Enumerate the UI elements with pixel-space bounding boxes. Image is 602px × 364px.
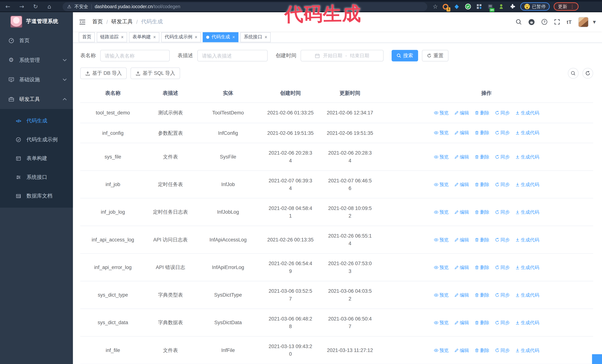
sync-link[interactable]: 同步 [495,181,510,188]
font-size-icon[interactable]: tT [567,19,572,25]
breadcrumb-dev-tools[interactable]: 研发工具 [111,18,133,25]
sync-link[interactable]: 同步 [495,129,510,136]
import-sql-button[interactable]: 基于 SQL 导入 [130,68,180,79]
table-desc-input[interactable] [197,50,268,61]
generate-code-link[interactable]: 生成代码 [515,347,539,354]
edit-link[interactable]: 编辑 [454,129,469,136]
refresh-table-button[interactable] [582,68,593,79]
toggle-search-button[interactable] [568,68,579,79]
preview-link[interactable]: 预览 [434,347,449,354]
preview-link[interactable]: 预览 [434,181,449,188]
search-icon[interactable] [516,19,522,25]
floating-widget[interactable] [592,354,602,364]
reset-button[interactable]: 重置 [422,50,448,61]
app-logo-row[interactable]: 芋道管理系统 [0,12,73,31]
delete-link[interactable]: 删除 [474,209,489,216]
generate-code-link[interactable]: 生成代码 [515,181,539,188]
edit-link[interactable]: 编辑 [454,319,469,326]
delete-link[interactable]: 删除 [474,264,489,271]
generate-code-link[interactable]: 生成代码 [515,291,539,298]
edit-link[interactable]: 编辑 [454,153,469,160]
delete-link[interactable]: 删除 [474,347,489,354]
generate-code-link[interactable]: 生成代码 [515,129,539,136]
extension-green-icon[interactable] [498,3,505,10]
reload-icon[interactable]: ↻ [32,3,39,10]
sidebar-subitem-2[interactable]: 表单构建 [0,149,73,168]
preview-link[interactable]: 预览 [434,209,449,216]
delete-link[interactable]: 删除 [474,236,489,243]
edit-link[interactable]: 编辑 [454,291,469,298]
more-vertical-icon[interactable]: ⋮ [570,4,575,9]
preview-link[interactable]: 预览 [434,319,449,326]
home-icon[interactable]: ⌂ [46,3,53,10]
sidebar-subitem-4[interactable]: 数据库文档 [0,187,73,205]
extension-check-icon[interactable] [465,3,471,10]
edit-link[interactable]: 编辑 [454,347,469,354]
breadcrumb-home[interactable]: 首页 [92,18,103,25]
extension-orange-icon[interactable]: 1 [442,3,449,10]
bookmark-star-icon[interactable]: ☆ [433,3,438,10]
search-button[interactable]: 搜索 [392,50,418,61]
preview-link[interactable]: 预览 [434,129,449,136]
sidebar-subitem-0[interactable]: </> 代码生成 [0,111,73,130]
sync-link[interactable]: 同步 [495,109,510,116]
back-icon[interactable]: ← [5,3,11,10]
edit-link[interactable]: 编辑 [454,109,469,116]
sync-link[interactable]: 同步 [495,347,510,354]
sidebar-subitem-3[interactable]: 系统接口 [0,168,73,187]
close-icon[interactable]: × [195,35,197,40]
tab-0[interactable]: 首页 [79,32,95,42]
extension-dark-icon[interactable]: on [487,3,494,10]
sidebar-item-2[interactable]: 基础设施 [0,70,73,89]
tab-3[interactable]: 代码生成示例 × [161,32,201,42]
import-db-button[interactable]: 基于 DB 导入 [80,68,127,79]
sync-link[interactable]: 同步 [495,153,510,160]
delete-link[interactable]: 删除 [474,319,489,326]
sync-link[interactable]: 同步 [495,209,510,216]
sync-link[interactable]: 同步 [495,264,510,271]
preview-link[interactable]: 预览 [434,109,449,116]
delete-link[interactable]: 删除 [474,153,489,160]
delete-link[interactable]: 删除 [474,129,489,136]
help-icon[interactable]: ? [541,19,548,25]
tab-4[interactable]: 代码生成 × [203,32,238,42]
generate-code-link[interactable]: 生成代码 [515,209,539,216]
generate-code-link[interactable]: 生成代码 [515,109,539,116]
sidebar-item-1[interactable]: ⚙ 系统管理 [0,50,73,70]
chevron-down-icon[interactable]: ▼ [593,20,596,24]
user-avatar[interactable] [578,17,589,27]
fullscreen-icon[interactable] [554,19,560,25]
sidebar-item-3[interactable]: 研发工具 [0,89,73,109]
tab-1[interactable]: 链路追踪 × [97,32,127,42]
generate-code-link[interactable]: 生成代码 [515,319,539,326]
table-name-input[interactable] [100,50,170,61]
extension-gem-icon[interactable] [454,3,460,10]
extension-grid-icon[interactable] [476,3,482,10]
edit-link[interactable]: 编辑 [454,236,469,243]
update-button[interactable]: 更新 ⋮ [554,2,579,11]
github-icon[interactable] [528,19,535,25]
address-bar[interactable]: ⚠ 不安全 dashboard.yudao.iocoder.cn/tool/co… [63,2,427,11]
preview-link[interactable]: 预览 [434,153,449,160]
preview-link[interactable]: 预览 [434,264,449,271]
preview-link[interactable]: 预览 [434,291,449,298]
generate-code-link[interactable]: 生成代码 [515,153,539,160]
preview-link[interactable]: 预览 [434,236,449,243]
tab-2[interactable]: 表单构建 × [129,32,159,42]
tab-5[interactable]: 系统接口 × [240,32,271,42]
sidebar-item-0[interactable]: 首页 [0,31,73,50]
delete-link[interactable]: 删除 [474,291,489,298]
hamburger-icon[interactable] [79,19,86,25]
sync-link[interactable]: 同步 [495,291,510,298]
date-range-picker[interactable]: 开始日期 - 结束日期 [301,50,384,61]
close-icon[interactable]: × [265,35,267,40]
edit-link[interactable]: 编辑 [454,264,469,271]
close-icon[interactable]: × [121,35,124,40]
close-icon[interactable]: × [153,35,156,40]
forward-icon[interactable]: → [18,3,25,10]
sync-link[interactable]: 同步 [495,236,510,243]
profile-paused-chip[interactable]: 已暂停 [520,2,550,11]
delete-link[interactable]: 删除 [474,181,489,188]
delete-link[interactable]: 删除 [474,109,489,116]
sync-link[interactable]: 同步 [495,319,510,326]
